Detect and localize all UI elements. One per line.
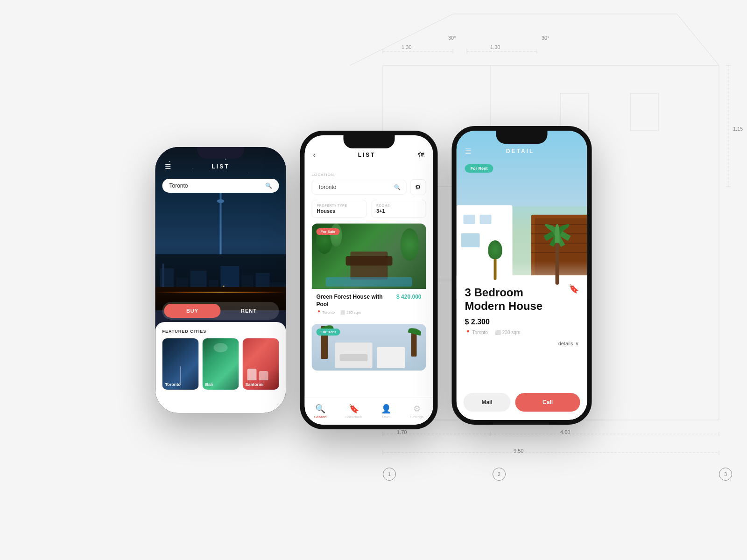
property-type-label: PROPERTY TYPE [317,204,362,207]
location-search-icon: 🔍 [394,184,401,190]
phones-showcase: ☰ LIST Toronto 🔍 BUY RENT FEATURED CITIE… [155,131,592,429]
phone1-notch [197,147,244,159]
dim-label-3: 1.15 [733,126,743,132]
phone3-title: DETAIL [506,148,534,154]
phone1-menu-icon[interactable]: ☰ [165,162,171,171]
listing1-area: ⬜ 230 sqm [340,310,361,315]
phone1-hero [155,147,286,310]
listing-card-1[interactable]: For Sale Green Forest House with Pool $ … [312,224,426,319]
circle-num-2: 2 [493,468,506,481]
svg-rect-17 [560,93,588,131]
buy-button[interactable]: BUY [164,304,221,318]
city-card-santorini[interactable]: Santorini [243,338,279,390]
mail-button[interactable]: Mail [464,393,511,412]
details-label: details [558,341,573,346]
city-card-bali[interactable]: Bali [203,338,239,390]
circle-num-1: 1 [383,468,396,481]
city-card-toronto[interactable]: Toronto [162,338,199,390]
phone1-action-buttons: BUY RENT [162,302,279,320]
phone-2-list: ‹ LIST 🗺 LOCATION Toronto 🔍 ⚙ [300,131,438,429]
dim-label-2: 1.30 [490,44,500,50]
dim-label-4: 1.70 [397,429,407,435]
rooms-label: ROOMS [376,204,421,207]
search-nav-label: Search [314,415,327,419]
phone2-navbar: 🔍 Search 🔖 Bookmark 👤 User ⚙ Settings [305,398,433,425]
city-cards-row: Toronto Bali [162,338,279,390]
location-icon: 📍 [317,310,321,315]
phone3-listing-title-line2: Modern House [465,300,579,313]
details-chevron-icon: ∨ [575,341,579,347]
phone2-content: LOCATION Toronto 🔍 ⚙ PROPERTY TYPE House… [305,167,433,398]
filter-row: PROPERTY TYPE Houses ROOMS 3+1 [312,200,426,218]
phone3-bookmark-icon[interactable]: 🔖 [569,284,579,294]
bookmark-nav-label: Bookmark [345,415,362,419]
phone-3-detail: ☰ DETAIL For Rent 🔖 3 Bedroom Modern Hou… [452,126,592,425]
area-icon: ⬜ [340,310,345,315]
settings-nav-icon: ⚙ [413,404,421,414]
svg-rect-18 [630,93,658,131]
filter-button[interactable]: ⚙ [410,179,426,195]
search-nav-icon: 🔍 [315,404,325,414]
phone3-header: ☰ DETAIL [457,147,587,155]
location-value: Toronto [318,184,337,190]
phone2-notch [343,135,395,148]
location-label: LOCATION [312,173,426,177]
listing1-location: 📍 Toronto [317,310,335,315]
phone1-search-value: Toronto [169,182,188,189]
bookmark-nav-icon: 🔖 [349,404,359,414]
phone2-header: ‹ LIST 🗺 [305,151,433,159]
city-santorini-label: Santorini [246,382,264,387]
nav-user[interactable]: 👤 User [381,404,391,419]
featured-cities-label: FEATURED CITIES [162,329,279,334]
phone1-search-bar[interactable]: Toronto 🔍 [162,179,279,193]
city-toronto-label: Toronto [165,382,181,387]
listing1-badge: For Sale [317,228,340,235]
phone3-badge: For Rent [465,164,493,173]
phone3-notch [496,131,548,144]
dim-label-angle-2: 30° [542,35,550,41]
phone3-area-icon: ⬜ [495,330,500,335]
property-type-filter[interactable]: PROPERTY TYPE Houses [312,200,367,218]
phone3-location-icon: 📍 [465,330,471,335]
phone3-details-row: details ∨ [465,341,579,347]
rooms-value: 3+1 [376,208,421,214]
phone3-area: ⬜ 230 sqm [495,330,520,335]
user-nav-label: User [382,415,390,419]
listing1-info: Green Forest House with Pool $ 420.000 📍… [312,289,426,319]
phone3-listing-title-line1: 3 Bedroom [465,286,579,300]
phone3-meta: 📍 Toronto ⬜ 230 sqm [465,330,579,335]
dim-label-6: 9.50 [514,448,523,454]
nav-settings[interactable]: ⚙ Settings [410,404,423,419]
phone3-action-buttons: Mail Call [464,393,580,412]
phone2-map-icon[interactable]: 🗺 [418,151,424,159]
city-bali-label: Bali [205,382,213,387]
location-input[interactable]: Toronto 🔍 [312,180,407,195]
listing1-name: Green Forest House with Pool [317,294,393,308]
phone3-menu-icon[interactable]: ☰ [465,147,471,155]
call-button[interactable]: Call [515,393,580,412]
svg-line-6 [350,14,453,65]
svg-line-8 [677,14,719,65]
nav-search[interactable]: 🔍 Search [314,404,327,419]
phone1-bottom-panel: FEATURED CITIES Toronto [155,322,286,413]
listing2-badge: For Rent [317,329,340,336]
phone2-back-icon[interactable]: ‹ [313,151,316,159]
phone1-title: LIST [212,163,230,170]
rent-button[interactable]: RENT [221,304,277,318]
nav-bookmark[interactable]: 🔖 Bookmark [345,404,362,419]
phone3-location: 📍 Toronto [465,330,488,335]
dim-label-angle-1: 30° [448,35,456,41]
phone-1-home: ☰ LIST Toronto 🔍 BUY RENT FEATURED CITIE… [155,147,286,413]
dim-label-5: 4.00 [560,429,570,435]
phone1-header: ☰ LIST [155,163,286,170]
phone1-search-icon: 🔍 [265,182,272,189]
circle-num-3: 3 [719,468,732,481]
phone3-info-panel: 🔖 3 Bedroom Modern House $ 2.300 📍 Toron… [457,275,587,420]
listing-card-2[interactable]: For Rent [312,324,426,371]
rooms-filter[interactable]: ROOMS 3+1 [371,200,426,218]
settings-nav-label: Settings [410,415,423,419]
phone3-price: $ 2.300 [465,318,579,326]
dim-label-1: 1.30 [402,44,411,50]
listing1-price: $ 420.000 [396,294,421,300]
user-nav-icon: 👤 [381,404,391,414]
